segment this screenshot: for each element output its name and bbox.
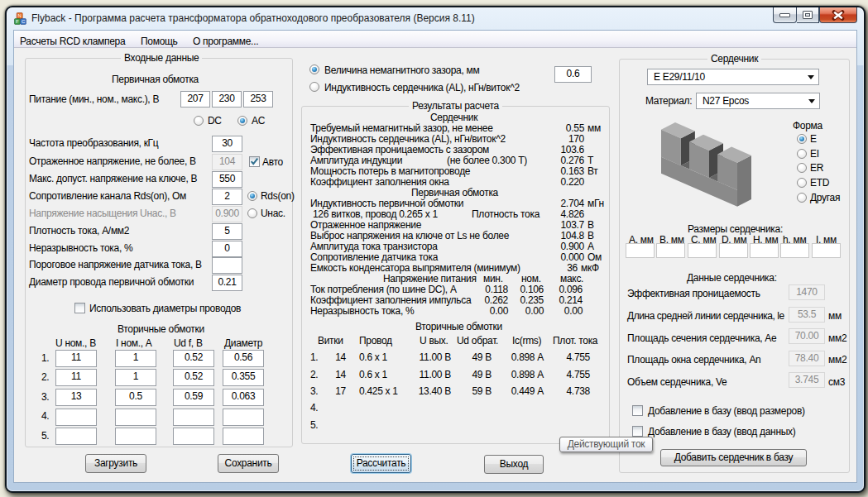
svg-text:N: N [18,13,22,18]
